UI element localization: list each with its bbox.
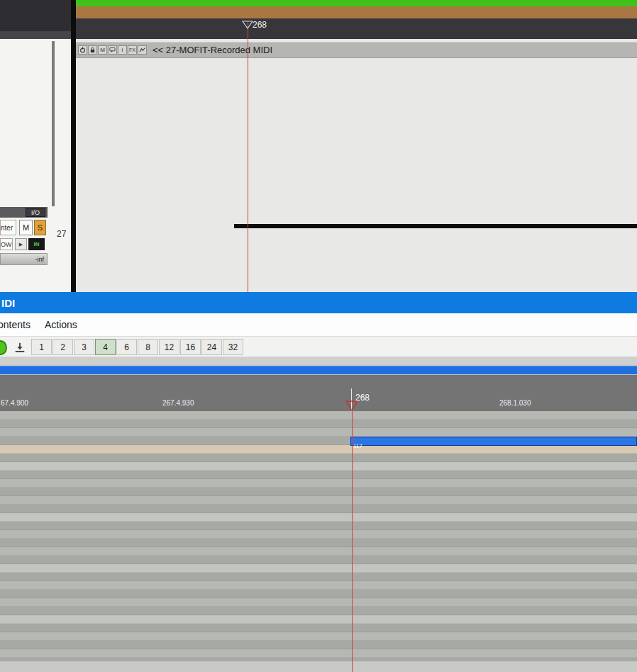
item-header-icons: M i FX (78, 45, 147, 55)
piano-row (0, 581, 637, 590)
piano-row (0, 428, 637, 437)
media-item-strip-green[interactable] (76, 0, 637, 6)
notes-icon[interactable] (108, 45, 117, 55)
mute-icon[interactable]: M (98, 45, 107, 55)
ruler-label-right: 268.1.030 (499, 399, 531, 407)
midi-editor-menubar: ontents Actions (0, 313, 637, 336)
edit-cursor-line-arrange (248, 21, 248, 292)
piano-row (0, 445, 637, 454)
midi-editor-title: IDI (1, 297, 15, 309)
info-icon[interactable]: i (118, 45, 127, 55)
piano-row (0, 411, 637, 420)
piano-row (0, 632, 637, 641)
division-button-3[interactable]: 3 (74, 339, 94, 355)
piano-row (0, 522, 637, 530)
edit-cursor-line-midi (352, 410, 353, 672)
piano-row (0, 505, 637, 513)
piano-row (0, 564, 637, 573)
piano-row (0, 496, 637, 505)
midi-note[interactable]: 117 (350, 437, 637, 446)
grid-division-buttons: 1 2 3 4 6 8 12 16 24 32 (31, 339, 244, 355)
media-item-strip-brown[interactable] (76, 6, 637, 18)
volume-fader[interactable]: -inf (0, 253, 48, 265)
division-button-6[interactable]: 6 (116, 339, 137, 355)
item-title: << 27-MOFIT-Recorded MIDI (153, 45, 272, 55)
piano-row (0, 530, 637, 539)
power-icon[interactable] (78, 45, 87, 55)
midi-item-header[interactable]: M i FX << 27-MOFIT-Recorded MIDI (76, 42, 637, 58)
arrange-midi-note-line[interactable] (234, 224, 637, 228)
piano-row (0, 462, 637, 471)
arrange-area[interactable]: M i FX << 27-MOFIT-Recorded MIDI (76, 39, 637, 292)
solo-button[interactable]: S (34, 220, 46, 235)
midi-ruler[interactable]: 67.4.900 267.4.930 268.1.030 268 (0, 375, 637, 411)
division-button-1[interactable]: 1 (31, 339, 52, 355)
note-velocity-label: 117 (353, 443, 362, 449)
edit-cursor-marker-arrange[interactable] (242, 21, 253, 29)
mute-button[interactable]: M (19, 220, 33, 235)
piano-row (0, 649, 637, 658)
daw-window: M i FX << 27-MOFIT-Recorded MIDI I/O nte… (0, 0, 637, 672)
piano-row (0, 547, 637, 556)
input-meter[interactable]: IN (28, 238, 45, 250)
piano-row (0, 488, 637, 496)
piano-row (0, 513, 637, 522)
tool-icon-partial[interactable] (0, 340, 7, 355)
piano-row (0, 479, 637, 488)
track-number: 27 (57, 229, 66, 239)
horizontal-scrollbar-thumb[interactable] (0, 366, 637, 374)
division-button-8[interactable]: 8 (138, 339, 158, 355)
bottom-scrollbar-strip[interactable] (0, 661, 637, 672)
docker-panel (0, 0, 71, 31)
piano-row (0, 539, 637, 547)
piano-row (0, 641, 637, 649)
menu-actions[interactable]: Actions (38, 313, 84, 336)
track-name-label: OW (0, 238, 13, 250)
piano-row (0, 454, 637, 462)
division-button-2[interactable]: 2 (52, 339, 73, 355)
horizontal-scrollbar-track[interactable] (0, 365, 637, 375)
piano-row (0, 556, 637, 564)
ruler-label-left: 67.4.900 (1, 399, 28, 407)
panel-divider[interactable] (71, 0, 76, 292)
piano-roll-grid[interactable]: 117 (0, 411, 637, 661)
docker-panel-edge (0, 31, 71, 39)
piano-row (0, 590, 637, 598)
piano-row (0, 615, 637, 624)
piano-row (0, 573, 637, 581)
track-control-panel: I/O nter M S OW ▶ IN -inf 27 (0, 39, 71, 292)
lock-icon[interactable] (88, 45, 97, 55)
dock-icon[interactable] (11, 339, 28, 355)
toolbar-lower-strip (0, 357, 637, 365)
division-button-24[interactable]: 24 (201, 339, 222, 355)
division-button-32[interactable]: 32 (223, 339, 243, 355)
menu-contents[interactable]: ontents (0, 313, 38, 336)
fx-icon[interactable]: FX (128, 45, 137, 55)
piano-row (0, 607, 637, 615)
vertical-scrollbar[interactable] (52, 41, 55, 206)
division-button-12[interactable]: 12 (159, 339, 179, 355)
ruler-label-mid: 267.4.930 (162, 399, 194, 407)
route-label: nter (0, 220, 16, 235)
division-button-4[interactable]: 4 (95, 339, 116, 355)
io-button[interactable]: I/O (26, 208, 45, 217)
monitor-button[interactable]: ▶ (15, 238, 27, 250)
envelope-icon[interactable] (138, 45, 147, 55)
midi-editor-titlebar[interactable]: IDI (0, 292, 637, 313)
midi-editor-toolbar: 1 2 3 4 6 8 12 16 24 32 (0, 336, 637, 357)
division-button-16[interactable]: 16 (180, 339, 201, 355)
piano-row (0, 471, 637, 479)
piano-row (0, 420, 637, 428)
piano-row (0, 624, 637, 632)
piano-row (0, 598, 637, 607)
arrange-cursor-position-label: 268 (253, 20, 267, 30)
